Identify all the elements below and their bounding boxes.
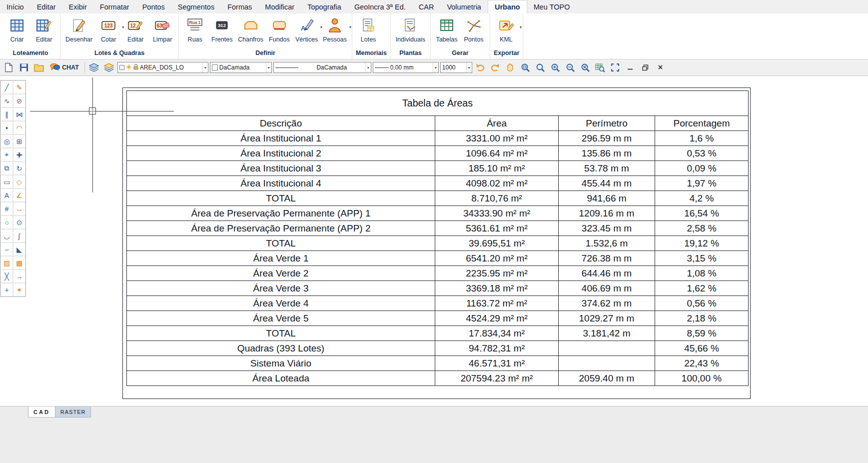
save-button[interactable] xyxy=(17,61,30,74)
menu-tab-pontos[interactable]: Pontos xyxy=(136,0,171,14)
ribbon-button-kml-exportar[interactable]: KML▾ xyxy=(493,14,520,43)
tool-move-icon[interactable]: ✚ xyxy=(13,148,25,162)
tool-erase-icon[interactable]: ⊘ xyxy=(13,94,25,108)
tool-polyline-icon[interactable]: ∿ xyxy=(0,94,13,108)
tool-hatch-icon[interactable]: ▨ xyxy=(0,256,13,270)
tool-offset-icon[interactable]: ∥ xyxy=(0,108,13,121)
menu-tab-meu-topo[interactable]: Meu TOPO xyxy=(527,0,577,14)
lineweight-combobox-arrow-icon[interactable]: ▾ xyxy=(433,62,438,72)
tool-array-icon[interactable]: ⊞ xyxy=(13,134,25,148)
menu-tab-modificar[interactable]: Modificar xyxy=(258,0,301,14)
minimize-button[interactable] xyxy=(624,62,637,74)
new-file-button[interactable] xyxy=(2,61,15,74)
tool-arc-3p-icon[interactable]: ◡ xyxy=(0,229,13,242)
ribbon-button-criar-loteamento[interactable]: Criar xyxy=(3,14,30,43)
layer-on-icon[interactable] xyxy=(126,64,132,72)
menu-tab-topografia[interactable]: Topografia xyxy=(301,0,348,14)
color-combobox[interactable]: DaCamada ▾ xyxy=(210,62,272,73)
menu-tab-formatar[interactable]: Formatar xyxy=(93,0,136,14)
zoom-table-button[interactable] xyxy=(594,61,607,74)
layers-button[interactable] xyxy=(87,61,101,74)
tool-rectangle-icon[interactable]: ▭ xyxy=(0,175,13,188)
open-button[interactable] xyxy=(32,61,45,74)
ribbon-button-desenhar-lotes-quadras[interactable]: Desenhar xyxy=(63,14,95,43)
tool-label-icon[interactable]: # xyxy=(0,202,13,216)
menu-tab-inicio[interactable]: Início xyxy=(0,0,30,14)
menu-tab-segmentos[interactable]: Segmentos xyxy=(171,0,221,14)
scale-combobox[interactable]: 1000 ▾ xyxy=(440,62,472,73)
tool-arc-icon[interactable]: ◠ xyxy=(13,121,25,134)
redo-button[interactable] xyxy=(489,61,502,74)
layer-combobox-arrow-icon[interactable]: ▾ xyxy=(202,62,208,72)
tab-raster[interactable]: RASTER xyxy=(55,406,91,418)
tool-trim-icon[interactable]: ╳ xyxy=(0,270,13,283)
tool-ellipse-icon[interactable]: ⊙ xyxy=(13,216,25,229)
menu-tab-urbano[interactable]: Urbano xyxy=(488,0,527,14)
tool-explode-icon[interactable]: ✶ xyxy=(13,283,25,296)
menu-tab-formas[interactable]: Formas xyxy=(221,0,258,14)
layer-visible-checkbox[interactable] xyxy=(119,65,124,70)
ribbon-button-cotar-lotes-quadras[interactable]: 123Cotar▾ xyxy=(95,14,122,43)
tool-chamfer-icon[interactable]: ◣ xyxy=(13,242,25,256)
tool-point-icon[interactable]: • xyxy=(0,121,13,134)
ribbon-button-ruas-definir[interactable]: Rua 1Ruas xyxy=(181,14,208,43)
ribbon-button-fundos-definir[interactable]: Fundos xyxy=(266,14,293,43)
tool-select-icon[interactable]: ⌖ xyxy=(0,148,13,162)
restore-button[interactable] xyxy=(639,62,652,74)
menu-tab-car[interactable]: CAR xyxy=(412,0,441,14)
layer-lock-icon[interactable] xyxy=(133,64,138,72)
chat-button[interactable]: CHAT xyxy=(47,61,82,74)
tool-copy-icon[interactable]: ⧉ xyxy=(0,162,13,175)
ribbon-button-limpar-lotes-quadras[interactable]: 63Limpar xyxy=(149,14,176,43)
menu-tab-exibir[interactable]: Exibir xyxy=(62,0,93,14)
ribbon-button-tabelas-gerar[interactable]: Tabelas xyxy=(433,14,460,43)
ribbon-button-editar-loteamento[interactable]: Editar xyxy=(30,14,57,43)
dropdown-arrow-icon[interactable]: ▾ xyxy=(349,25,351,30)
ribbon-button-vertices-definir[interactable]: AVértices▾ xyxy=(293,14,320,43)
tool-sketch-icon[interactable]: ✎ xyxy=(13,80,25,94)
color-combobox-arrow-icon[interactable]: ▾ xyxy=(266,62,271,72)
undo-button[interactable] xyxy=(474,61,487,74)
tool-measure-icon[interactable]: ↔ xyxy=(13,202,25,216)
tool-compass-icon[interactable]: ◎ xyxy=(0,134,13,148)
ribbon-button-pontos-gerar[interactable]: Pontos xyxy=(460,14,487,43)
close-button[interactable]: × xyxy=(654,62,667,74)
ribbon-button-lotes-memoriais[interactable]: Lotes xyxy=(355,14,382,43)
zoom-in-button[interactable] xyxy=(549,61,562,74)
tool-mirror-icon[interactable]: ⋈ xyxy=(13,108,25,121)
zoom-window-button[interactable] xyxy=(519,61,532,74)
zoom-extents-button[interactable] xyxy=(579,61,592,74)
tool-polygon-icon[interactable]: ◇ xyxy=(13,175,25,188)
tool-dimension-icon[interactable]: ∠ xyxy=(13,188,25,202)
ribbon-button-frentes-definir[interactable]: 312Frentes xyxy=(208,14,235,43)
menu-tab-geoincra-3-ed[interactable]: GeoIncra 3ª Ed. xyxy=(348,0,412,14)
linetype-combobox[interactable]: DaCamada ▾ xyxy=(273,62,371,73)
ribbon-button-individuais-plantas[interactable]: Individuais xyxy=(393,14,428,43)
tool-text-icon[interactable]: A xyxy=(0,188,13,202)
zoom-realtime-button[interactable] xyxy=(534,61,547,74)
menu-tab-editar[interactable]: Editar xyxy=(30,0,62,14)
tool-fill-icon[interactable]: ▩ xyxy=(13,256,25,270)
tool-snap-icon[interactable]: + xyxy=(0,283,13,296)
tool-extend-icon[interactable]: → xyxy=(13,270,25,283)
menu-tab-volumetria[interactable]: Volumetria xyxy=(440,0,488,14)
drawing-canvas[interactable]: Tabela de ÁreasDescriçãoÁreaPerímetroPor… xyxy=(0,76,868,406)
tool-circle-icon[interactable]: ○ xyxy=(0,216,13,229)
scale-combobox-arrow-icon[interactable]: ▾ xyxy=(466,62,472,72)
layer-manager-button[interactable] xyxy=(102,61,116,74)
tool-fillet-icon[interactable]: ⌣ xyxy=(0,242,13,256)
pan-button[interactable] xyxy=(504,61,517,74)
ribbon-button-chanfros-definir[interactable]: Chanfros xyxy=(235,14,266,43)
zoom-out-button[interactable] xyxy=(564,61,577,74)
tool-line-icon[interactable]: ╱ xyxy=(0,80,13,94)
linetype-combobox-arrow-icon[interactable]: ▾ xyxy=(365,62,371,72)
tab-cad[interactable]: CAD xyxy=(28,406,55,418)
layer-combobox[interactable]: AREA_DOS_LO ▾ xyxy=(117,62,208,73)
dropdown-arrow-icon[interactable]: ▾ xyxy=(520,25,522,30)
ribbon-button-editar-lotes-quadras[interactable]: 12Editar xyxy=(122,14,149,43)
tool-rotate-icon[interactable]: ↻ xyxy=(13,162,25,175)
lineweight-combobox[interactable]: 0.00 mm ▾ xyxy=(373,62,439,73)
tool-spline-icon[interactable]: ∫ xyxy=(13,229,25,242)
fullscreen-button[interactable] xyxy=(609,61,622,74)
ribbon-button-pessoas-definir[interactable]: Pessoas▾ xyxy=(320,14,349,43)
